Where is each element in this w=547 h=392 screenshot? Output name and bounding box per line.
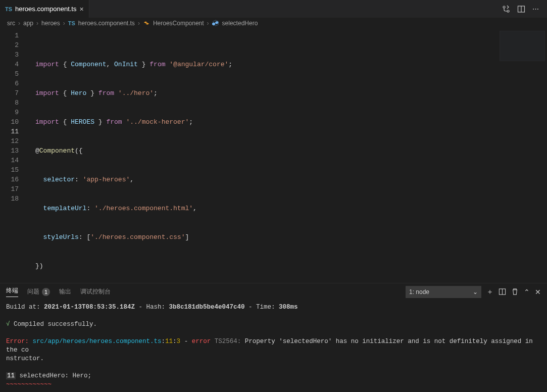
breadcrumb: src › app › heroes › TS heroes.component… [0,18,547,29]
problems-count-badge: 1 [42,288,50,296]
terminal-output[interactable]: Build at: 2021-01-13T08:53:35.184Z - Has… [0,300,547,392]
breadcrumb-item[interactable]: src [7,20,15,27]
line-number[interactable]: 5 [0,69,19,79]
line-number[interactable]: 3 [0,50,19,60]
field-icon [212,20,219,27]
more-actions-icon[interactable]: ⋯ [532,5,539,13]
line-number[interactable]: 1 [0,31,19,40]
breadcrumb-item[interactable]: heroes.component.ts [78,20,135,27]
breadcrumb-item[interactable]: heroes [41,20,60,27]
line-number[interactable]: 8 [0,98,19,108]
line-number[interactable]: 4 [0,60,19,69]
tab-problems[interactable]: 问题1 [27,287,50,296]
chevron-down-icon: ⌄ [473,288,478,296]
chevron-right-icon: › [207,20,209,27]
chevron-right-icon: › [138,20,140,27]
minimap[interactable] [500,31,545,61]
line-number[interactable]: 10 [0,117,19,127]
line-number[interactable]: 16 [0,175,19,184]
line-number[interactable]: 13 [0,146,19,156]
line-number[interactable]: 15 [0,165,19,175]
code-content[interactable]: import { Component, OnInit } from '@angu… [28,29,547,283]
svg-point-1 [507,10,509,12]
editor-tab[interactable]: TS heroes.component.ts × [0,0,89,18]
bottom-panel: 终端 问题1 输出 调试控制台 1: node ⌄ ＋ ⌃ ✕ Build at… [0,283,547,392]
chevron-right-icon: › [63,20,65,27]
tab-debug-console[interactable]: 调试控制台 [80,287,111,296]
line-number[interactable]: 12 [0,136,19,146]
tab-output[interactable]: 输出 [59,287,71,296]
close-panel-icon[interactable]: ✕ [535,288,541,296]
line-number[interactable]: 14 [0,156,19,165]
chevron-right-icon: › [36,20,38,27]
breadcrumb-item[interactable]: selectedHero [222,20,258,27]
tab-bar: TS heroes.component.ts × ⋯ [0,0,547,18]
class-icon [143,20,150,27]
breadcrumb-item[interactable]: app [23,20,33,27]
chevron-right-icon: › [18,20,20,27]
tab-actions: ⋯ [498,0,543,18]
line-number[interactable]: 9 [0,108,19,117]
editor-area: 1 2 3 4 5 6 7 8 9 10 11 12 13 14 15 16 1… [0,29,547,283]
kill-terminal-icon[interactable] [511,288,519,296]
line-number[interactable]: 2 [0,40,19,50]
svg-point-0 [503,6,505,8]
terminal-select[interactable]: 1: node ⌄ [406,286,481,298]
new-terminal-icon[interactable]: ＋ [486,287,493,297]
tab-terminal[interactable]: 终端 [6,286,18,297]
split-editor-icon[interactable] [517,5,525,13]
line-number[interactable]: 6 [0,79,19,88]
compare-changes-icon[interactable] [502,5,510,13]
panel-tabs: 终端 问题1 输出 调试控制台 1: node ⌄ ＋ ⌃ ✕ [0,283,547,300]
ts-file-icon: TS [5,6,12,12]
close-tab-icon[interactable]: × [79,5,83,13]
panel-actions: 1: node ⌄ ＋ ⌃ ✕ [406,286,541,298]
line-number[interactable]: 11 [0,127,19,136]
split-terminal-icon[interactable] [499,288,506,296]
ts-file-icon: TS [68,20,75,26]
breadcrumb-item[interactable]: HeroesComponent [153,20,204,27]
tab-label: heroes.component.ts [15,5,76,13]
maximize-panel-icon[interactable]: ⌃ [524,288,530,296]
line-number[interactable]: 7 [0,88,19,98]
line-gutter: 1 2 3 4 5 6 7 8 9 10 11 12 13 14 15 16 1… [0,29,28,283]
line-number[interactable]: 18 [0,194,19,204]
line-number[interactable]: 17 [0,184,19,194]
